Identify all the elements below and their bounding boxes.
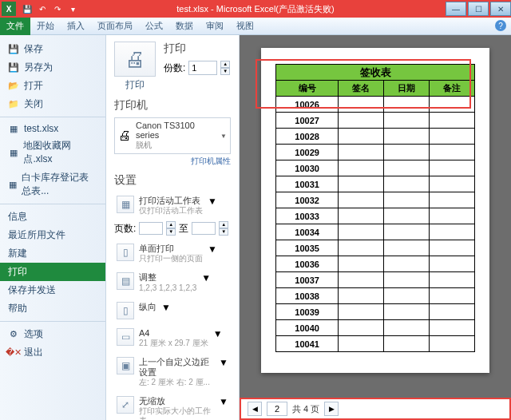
tab-home[interactable]: 开始 [30, 18, 61, 35]
sidebar-saveandsend[interactable]: 保存并发送 [0, 281, 105, 299]
chevron-down-icon: ▼ [220, 133, 227, 140]
prev-page-button[interactable]: ◀ [248, 402, 262, 416]
page-to-input[interactable] [192, 222, 216, 235]
table-row: 10037 [276, 272, 475, 288]
printer-selector[interactable]: 🖨 Canon TS3100 series脱机 ▼ [114, 117, 231, 154]
quick-access-toolbar: 💾 ↶ ↷ ▾ [21, 2, 79, 15]
close-button[interactable]: ✕ [490, 2, 511, 16]
settings-section-title: 设置 [114, 173, 231, 188]
table-header: 签名 [339, 81, 384, 97]
chevron-down-icon: ▼ [208, 196, 217, 207]
copies-up[interactable]: ▲ [220, 61, 230, 68]
sidebar-options[interactable]: ⚙选项 [0, 325, 105, 343]
tab-formulas[interactable]: 公式 [139, 18, 169, 35]
table-row: 10031 [276, 176, 475, 192]
open-icon: 📂 [8, 81, 19, 92]
table-header: 备注 [430, 81, 475, 97]
sheet-icon: ▦ [117, 196, 134, 213]
table-row: 10040 [276, 320, 475, 336]
print-button[interactable]: 🖨 [114, 42, 156, 77]
sidebar-save[interactable]: 💾保存 [0, 40, 105, 58]
printer-properties-link[interactable]: 打印机属性 [114, 156, 231, 167]
opt-active-sheet[interactable]: ▦打印活动工作表仅打印活动工作表▼ [114, 192, 231, 219]
help-icon[interactable]: ? [495, 20, 506, 31]
tab-file[interactable]: 文件 [0, 18, 30, 35]
sidebar-recent-2[interactable]: ▦地图收藏网点.xlsx [0, 137, 105, 168]
table-row: 10041 [276, 336, 475, 352]
tab-view[interactable]: 视图 [230, 18, 260, 35]
sidebar-close[interactable]: 📁关闭 [0, 95, 105, 113]
exit-icon: �✕ [8, 347, 19, 359]
excel-icon: X [2, 2, 16, 16]
preview-nav: ◀ 共 4 页 ▶ [240, 398, 511, 420]
tab-data[interactable]: 数据 [169, 18, 200, 35]
opt-scale[interactable]: ⤢无缩放打印实际大小的工作表▼ [114, 393, 231, 420]
table-row: 10026 [276, 97, 475, 113]
opt-oneside[interactable]: ▯单面打印只打印一侧的页面▼ [114, 240, 231, 267]
paper-icon: ▭ [117, 328, 134, 346]
ribbon: 文件 开始 插入 页面布局 公式 数据 审阅 视图 ? [0, 18, 511, 35]
opt-collate[interactable]: ▤调整1,2,3 1,2,3 1,2,3▼ [114, 269, 231, 295]
qat-dropdown-icon[interactable]: ▾ [66, 2, 79, 15]
opt-orientation[interactable]: ▯纵向▼ [114, 299, 231, 323]
xlsx-icon: ▦ [8, 179, 17, 190]
portrait-icon: ▯ [117, 302, 134, 319]
print-settings-panel: 🖨 打印 打印 份数: ▲▼ 打印机 🖨 Canon TS3100 series… [106, 35, 240, 420]
scale-icon: ⤢ [117, 396, 134, 414]
collate-icon: ▤ [117, 272, 134, 290]
sidebar-saveas[interactable]: 💾另存为 [0, 58, 105, 77]
copies-down[interactable]: ▼ [220, 68, 230, 75]
table-row: 10039 [276, 304, 475, 320]
sidebar-open[interactable]: 📂打开 [0, 77, 105, 95]
page-icon: ▯ [117, 244, 134, 261]
print-section-title: 打印 [164, 42, 230, 56]
print-preview: 签收表 编号签名日期备注 100261002710028100291003010… [240, 35, 511, 420]
backstage-sidebar: 💾保存 💾另存为 📂打开 📁关闭 ▦test.xlsx ▦地图收藏网点.xlsx… [0, 35, 106, 420]
copies-label: 份数: [164, 61, 185, 75]
minimize-button[interactable]: — [446, 2, 466, 16]
redo-icon[interactable]: ↷ [51, 2, 64, 15]
page-from-input[interactable] [139, 222, 163, 235]
sidebar-exit[interactable]: �✕退出 [0, 343, 105, 362]
opt-margins[interactable]: ▣上一个自定义边距设置左: 2 厘米 右: 2 厘...▼ [114, 354, 231, 390]
xlsx-icon: ▦ [8, 123, 19, 134]
sidebar-help[interactable]: 帮助 [0, 299, 105, 318]
margins-icon: ▣ [117, 357, 134, 374]
sidebar-info[interactable]: 信息 [0, 208, 105, 226]
next-page-button[interactable]: ▶ [324, 402, 339, 416]
sidebar-recentfiles[interactable]: 最近所用文件 [0, 226, 105, 244]
tab-review[interactable]: 审阅 [200, 18, 230, 35]
table-row: 10032 [276, 192, 475, 208]
undo-icon[interactable]: ↶ [36, 2, 49, 15]
table-row: 10038 [276, 288, 475, 304]
table-row: 10036 [276, 256, 475, 272]
maximize-button[interactable]: ☐ [468, 2, 489, 16]
save-icon[interactable]: 💾 [21, 2, 34, 15]
opt-papersize[interactable]: ▭A421 厘米 x 29.7 厘米▼ [114, 325, 231, 351]
table-row: 10034 [276, 224, 475, 240]
table-header: 日期 [384, 81, 430, 97]
tab-pagelayout[interactable]: 页面布局 [91, 18, 139, 35]
window-title: test.xlsx - Microsoft Excel(产品激活失败) [176, 3, 334, 15]
preview-page: 签收表 编号签名日期备注 100261002710028100291003010… [261, 48, 489, 373]
printer-icon: 🖨 [118, 129, 131, 143]
sidebar-recent-3[interactable]: ▦白卡库存登记表总表... [0, 168, 105, 200]
table-row: 10028 [276, 129, 475, 145]
sidebar-new[interactable]: 新建 [0, 244, 105, 263]
tab-insert[interactable]: 插入 [61, 18, 91, 35]
table-row: 10030 [276, 160, 475, 176]
window-titlebar: X 💾 ↶ ↷ ▾ test.xlsx - Microsoft Excel(产品… [0, 0, 511, 18]
preview-table: 签收表 编号签名日期备注 100261002710028100291003010… [275, 64, 475, 352]
sidebar-recent-1[interactable]: ▦test.xlsx [0, 121, 105, 137]
saveas-icon: 💾 [8, 62, 19, 73]
sidebar-print[interactable]: 打印 [0, 263, 105, 281]
save-icon: 💾 [8, 44, 19, 55]
table-row: 10033 [276, 208, 475, 224]
page-number-input[interactable] [267, 402, 287, 416]
xlsx-icon: ▦ [8, 147, 18, 158]
page-total-label: 共 4 页 [292, 403, 319, 415]
table-row: 10035 [276, 240, 475, 256]
close-icon: 📁 [8, 99, 19, 110]
pages-label: 页数: [114, 222, 136, 236]
copies-input[interactable] [188, 61, 217, 75]
